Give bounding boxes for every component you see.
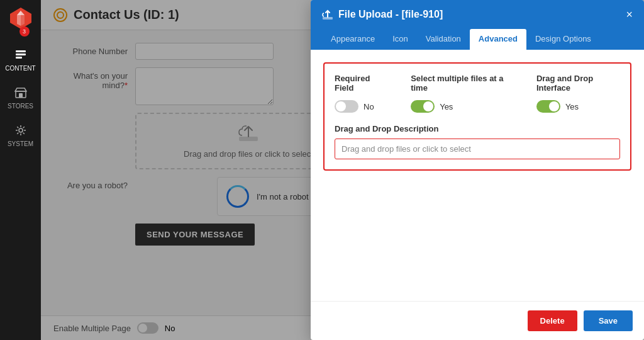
svg-rect-8	[19, 93, 23, 98]
fields-row: Required Field No Select multiple files …	[335, 74, 620, 113]
desc-label: Drag and Drop Description	[335, 124, 620, 133]
modal-close-button[interactable]: ×	[626, 9, 633, 20]
svg-rect-5	[16, 54, 26, 55]
stores-icon	[13, 84, 29, 101]
magento-logo	[9, 6, 33, 30]
drag-drop-group: Drag and Drop Interface Yes	[536, 74, 620, 113]
system-icon	[13, 122, 29, 139]
delete-button[interactable]: Delete	[528, 310, 577, 331]
sidebar-item-stores[interactable]: STORES	[0, 78, 41, 116]
sidebar: CONTENT 3 STORES SYSTEM	[0, 0, 41, 340]
drag-drop-toggle[interactable]	[536, 100, 560, 113]
drag-drop-toggle-row: Yes	[536, 100, 620, 113]
sidebar-item-system[interactable]: SYSTEM	[0, 116, 41, 154]
content-badge: 3	[19, 26, 30, 37]
content-icon	[13, 47, 29, 63]
multiple-toggle-row: Yes	[411, 100, 511, 113]
tab-icon[interactable]: Icon	[384, 29, 417, 50]
multiple-files-label: Select multiple files at a time	[411, 74, 511, 93]
modal-title: File Upload - [file-910]	[322, 9, 443, 20]
save-button[interactable]: Save	[584, 310, 633, 331]
svg-rect-6	[16, 57, 22, 59]
modal-overlay: File Upload - [file-910] × Appearance Ic…	[41, 0, 644, 340]
multiple-files-group: Select multiple files at a time Yes	[411, 74, 511, 113]
required-field-label: Required Field	[335, 74, 386, 93]
modal-body: Required Field No Select multiple files …	[311, 50, 644, 301]
svg-point-9	[19, 128, 23, 132]
required-toggle[interactable]	[335, 100, 358, 113]
svg-rect-4	[16, 50, 26, 52]
file-upload-modal: File Upload - [file-910] × Appearance Ic…	[311, 0, 644, 340]
modal-header: File Upload - [file-910] ×	[311, 0, 644, 29]
modal-footer: Delete Save	[311, 301, 644, 340]
tab-appearance[interactable]: Appearance	[322, 29, 384, 50]
tab-validation[interactable]: Validation	[417, 29, 470, 50]
svg-rect-12	[323, 17, 333, 20]
desc-input[interactable]	[335, 139, 620, 159]
desc-section: Drag and Drop Description	[335, 124, 620, 159]
advanced-section: Required Field No Select multiple files …	[323, 62, 631, 171]
tab-advanced[interactable]: Advanced	[470, 29, 526, 50]
main-content: Contact Us (ID: 1) Phone Number What's o…	[41, 0, 644, 340]
required-toggle-row: No	[335, 100, 386, 113]
upload-cloud-icon	[322, 9, 333, 20]
multiple-toggle[interactable]	[411, 100, 435, 113]
drag-drop-label: Drag and Drop Interface	[536, 74, 620, 93]
drag-drop-value: Yes	[565, 102, 579, 111]
multiple-value: Yes	[440, 102, 453, 111]
required-value: No	[364, 102, 374, 111]
required-field-group: Required Field No	[335, 74, 386, 113]
modal-tabs: Appearance Icon Validation Advanced Desi…	[311, 29, 644, 50]
tab-design-options[interactable]: Design Options	[526, 29, 600, 50]
sidebar-item-content[interactable]: CONTENT 3	[0, 40, 41, 78]
